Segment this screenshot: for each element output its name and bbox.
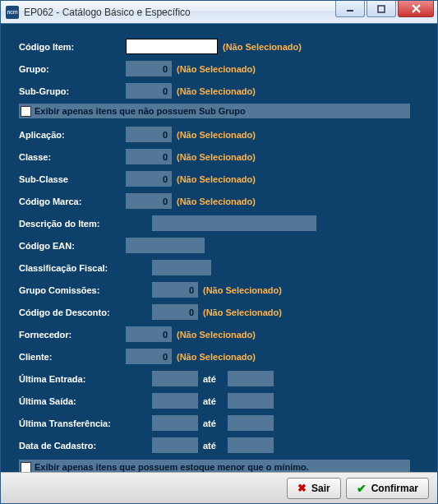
hint-aplicacao: (Não Selecionado) bbox=[177, 130, 256, 140]
checkbox-estoque-minimo-label: Exibir apenas itens que possuem estoque … bbox=[35, 462, 309, 472]
label-aplicacao: Aplicação: bbox=[19, 130, 126, 140]
ultima-transf-de-input[interactable] bbox=[152, 415, 198, 431]
ate-ultima-saida: até bbox=[203, 396, 223, 406]
label-sub-grupo: Sub-Grupo: bbox=[19, 86, 126, 96]
label-class-fiscal: Classificação Fiscal: bbox=[19, 263, 152, 273]
label-ultima-transf: Última Transferência: bbox=[19, 418, 152, 428]
ultima-saida-ate-input[interactable] bbox=[228, 393, 274, 409]
checkbox-row-estoque[interactable]: Exibir apenas itens que possuem estoque … bbox=[19, 460, 410, 472]
aplicacao-input[interactable] bbox=[126, 127, 172, 142]
ate-ultima-entrada: até bbox=[203, 374, 223, 384]
label-classe: Classe: bbox=[19, 152, 126, 162]
hint-fornecedor: (Não Selecionado) bbox=[177, 330, 256, 340]
codigo-ean-input[interactable] bbox=[126, 238, 205, 253]
label-codigo-ean: Código EAN: bbox=[19, 241, 126, 251]
classe-input[interactable] bbox=[126, 149, 172, 164]
label-ultima-entrada: Última Entrada: bbox=[19, 374, 152, 384]
hint-sub-classe: (Não Selecionado) bbox=[177, 174, 256, 184]
fornecedor-input[interactable] bbox=[126, 326, 172, 342]
label-descricao: Descrição do Item: bbox=[19, 219, 152, 229]
label-data-cadastro: Data de Cadastro: bbox=[19, 441, 152, 451]
descricao-input[interactable] bbox=[152, 215, 316, 231]
window: ncm EP062 - Catálogo Básico e Específico… bbox=[0, 0, 438, 504]
checkbox-estoque-minimo[interactable] bbox=[21, 462, 31, 473]
ate-data-cadastro: até bbox=[203, 441, 223, 451]
label-codigo-desconto: Código de Desconto: bbox=[19, 307, 152, 317]
ultima-entrada-ate-input[interactable] bbox=[228, 371, 274, 386]
label-grupo: Grupo: bbox=[19, 64, 126, 74]
class-fiscal-input[interactable] bbox=[152, 260, 211, 275]
close-icon: ✖ bbox=[297, 482, 307, 494]
checkbox-sem-subgrupo-label: Exibir apenas itens que não possuem Sub … bbox=[35, 106, 246, 116]
checkbox-sem-subgrupo[interactable] bbox=[21, 106, 31, 117]
hint-codigo-item: (Não Selecionado) bbox=[223, 42, 302, 52]
codigo-marca-input[interactable] bbox=[126, 193, 172, 209]
hint-codigo-desconto: (Não Selecionado) bbox=[203, 307, 282, 317]
label-grupo-comissoes: Grupo Comissões: bbox=[19, 285, 152, 295]
ate-ultima-transf: até bbox=[203, 418, 223, 428]
label-codigo-marca: Código Marca: bbox=[19, 197, 126, 206]
confirmar-button-label: Confirmar bbox=[371, 483, 418, 494]
sub-grupo-input[interactable] bbox=[126, 83, 172, 99]
checkbox-row-subgrupo[interactable]: Exibir apenas itens que não possuem Sub … bbox=[19, 104, 410, 118]
footer: ✖ Sair ✔ Confirmar bbox=[1, 472, 437, 503]
window-controls bbox=[335, 1, 437, 23]
confirmar-button[interactable]: ✔ Confirmar bbox=[346, 478, 429, 499]
hint-classe: (Não Selecionado) bbox=[177, 152, 256, 162]
hint-sub-grupo: (Não Selecionado) bbox=[177, 86, 256, 96]
grupo-input[interactable] bbox=[126, 61, 172, 76]
hint-cliente: (Não Selecionado) bbox=[177, 352, 256, 362]
hint-grupo: (Não Selecionado) bbox=[177, 64, 256, 74]
data-cadastro-de-input[interactable] bbox=[152, 437, 198, 453]
label-codigo-item: Código Item: bbox=[19, 42, 126, 52]
window-title: EP062 - Catálogo Básico e Específico bbox=[24, 7, 191, 18]
titlebar[interactable]: ncm EP062 - Catálogo Básico e Específico bbox=[1, 1, 437, 24]
label-fornecedor: Fornecedor: bbox=[19, 330, 126, 340]
check-icon: ✔ bbox=[357, 482, 367, 495]
hint-grupo-comissoes: (Não Selecionado) bbox=[203, 285, 282, 295]
ultima-transf-ate-input[interactable] bbox=[228, 415, 274, 431]
label-ultima-saida: Última Saída: bbox=[19, 396, 152, 406]
codigo-desconto-input[interactable] bbox=[152, 304, 198, 320]
app-icon: ncm bbox=[6, 6, 19, 19]
sub-classe-input[interactable] bbox=[126, 171, 172, 187]
ultima-saida-de-input[interactable] bbox=[152, 393, 198, 409]
maximize-button[interactable] bbox=[367, 1, 396, 17]
minimize-button[interactable] bbox=[335, 1, 365, 17]
sair-button[interactable]: ✖ Sair bbox=[287, 478, 341, 499]
close-button[interactable] bbox=[398, 1, 434, 17]
sair-button-label: Sair bbox=[311, 483, 330, 494]
hint-codigo-marca: (Não Selecionado) bbox=[177, 197, 256, 206]
codigo-item-input[interactable] bbox=[126, 39, 218, 54]
ultima-entrada-de-input[interactable] bbox=[152, 371, 198, 386]
label-cliente: Cliente: bbox=[19, 352, 126, 362]
svg-rect-1 bbox=[378, 6, 385, 12]
cliente-input[interactable] bbox=[126, 349, 172, 364]
grupo-comissoes-input[interactable] bbox=[152, 282, 198, 298]
label-sub-classe: Sub-Classe bbox=[19, 174, 126, 184]
form-body: Código Item: (Não Selecionado) Grupo: (N… bbox=[1, 24, 437, 472]
data-cadastro-ate-input[interactable] bbox=[228, 437, 274, 453]
